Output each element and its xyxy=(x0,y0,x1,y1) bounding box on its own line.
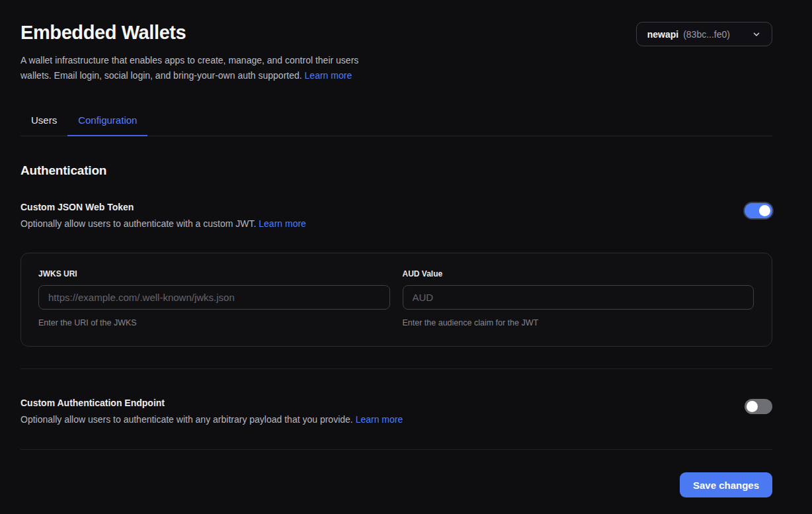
page-description-line2: wallets. Email login, social login, and … xyxy=(20,70,302,81)
embedded-wallets-page: Embedded Wallets A wallet infrastructure… xyxy=(0,0,812,514)
footer: Save changes xyxy=(20,472,772,497)
tab-users[interactable]: Users xyxy=(20,107,67,136)
chevron-down-icon xyxy=(752,30,761,39)
header-text-block: Embedded Wallets A wallet infrastructure… xyxy=(20,22,358,83)
custom-jwt-toggle[interactable] xyxy=(745,203,772,218)
toggle-knob xyxy=(759,205,770,216)
page-title: Embedded Wallets xyxy=(20,22,358,44)
custom-jwt-learn-more-link[interactable]: Learn more xyxy=(259,218,306,229)
custom-endpoint-learn-more-link[interactable]: Learn more xyxy=(356,414,403,425)
jwt-fields-card: JWKS URI Enter the URI of the JWKS AUD V… xyxy=(20,253,772,347)
page-header: Embedded Wallets A wallet infrastructure… xyxy=(20,22,772,83)
aud-value-field-group: AUD Value Enter the audience claim for t… xyxy=(403,269,754,327)
aud-value-label: AUD Value xyxy=(403,269,754,278)
toggle-knob xyxy=(747,401,758,412)
custom-endpoint-toggle[interactable] xyxy=(745,399,772,414)
custom-endpoint-description: Optionally allow users to authenticate w… xyxy=(20,414,403,425)
divider xyxy=(20,449,772,450)
jwks-uri-input[interactable] xyxy=(38,285,390,310)
aud-value-helper: Enter the audience claim for the JWT xyxy=(403,318,754,327)
custom-jwt-text-block: Custom JSON Web Token Optionally allow u… xyxy=(20,202,306,229)
custom-endpoint-setting-row: Custom Authentication Endpoint Optionall… xyxy=(20,398,772,425)
custom-endpoint-title: Custom Authentication Endpoint xyxy=(20,398,403,408)
custom-jwt-setting-row: Custom JSON Web Token Optionally allow u… xyxy=(20,202,772,229)
authentication-heading: Authentication xyxy=(20,163,772,178)
tab-bar: Users Configuration xyxy=(20,107,772,136)
custom-endpoint-description-text: Optionally allow users to authenticate w… xyxy=(20,414,353,425)
jwks-uri-label: JWKS URI xyxy=(38,269,390,278)
api-key-id-hint: (83bc...fe0) xyxy=(683,29,730,40)
tab-configuration[interactable]: Configuration xyxy=(67,107,147,136)
custom-endpoint-text-block: Custom Authentication Endpoint Optionall… xyxy=(20,398,403,425)
page-description: A wallet infrastructure that enables app… xyxy=(20,53,358,83)
custom-jwt-description: Optionally allow users to authenticate w… xyxy=(20,218,306,229)
aud-value-input[interactable] xyxy=(403,285,754,310)
page-description-line1: A wallet infrastructure that enables app… xyxy=(20,55,358,65)
api-key-selector[interactable]: newapi (83bc...fe0) xyxy=(636,22,772,46)
header-learn-more-link[interactable]: Learn more xyxy=(305,70,352,81)
jwks-uri-helper: Enter the URI of the JWKS xyxy=(38,318,390,327)
custom-jwt-title: Custom JSON Web Token xyxy=(20,202,306,212)
divider xyxy=(20,368,772,369)
save-changes-button[interactable]: Save changes xyxy=(680,472,772,497)
api-key-name: newapi xyxy=(647,29,678,40)
jwks-uri-field-group: JWKS URI Enter the URI of the JWKS xyxy=(38,269,390,327)
custom-jwt-description-text: Optionally allow users to authenticate w… xyxy=(20,218,256,229)
